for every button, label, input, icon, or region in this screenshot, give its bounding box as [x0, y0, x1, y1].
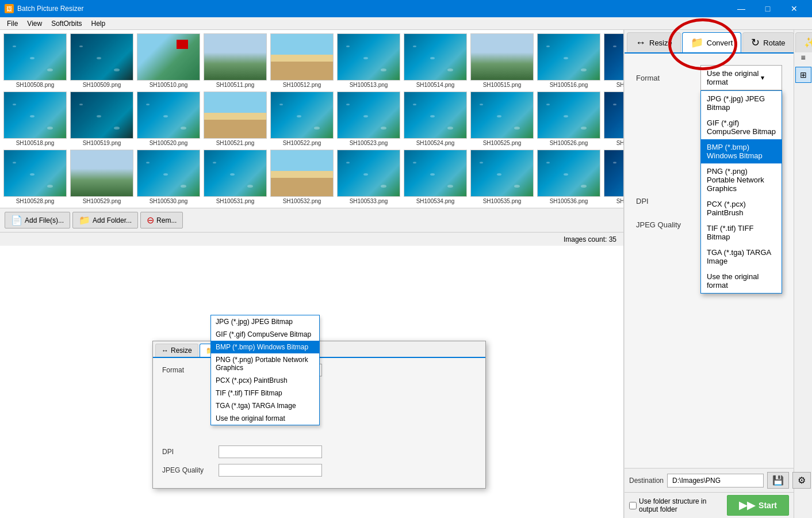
add-folder-button[interactable]: 📁 Add Folder... [72, 212, 138, 228]
overlay-jpeg-row: JPEG Quality [162, 464, 476, 477]
image-cell[interactable]: SH100533.png [336, 148, 401, 205]
image-cell[interactable]: SH100525.png [469, 90, 535, 147]
format-option-png[interactable]: PNG (*.png) Portable Network Graphics [701, 163, 782, 196]
format-label: Format [636, 74, 694, 82]
image-cell[interactable]: SH100512.png [269, 32, 335, 89]
format-dropdown[interactable]: Use the original format [700, 65, 782, 90]
image-label: SH100536.png [550, 198, 588, 204]
image-label: SH100526.png [550, 140, 588, 146]
image-cell[interactable]: SH100514.png [403, 32, 468, 89]
toolbar: 📄 Add File(s)... 📁 Add Folder... ⊖ Rem..… [0, 208, 623, 232]
image-cell[interactable]: SH100513.png [336, 32, 401, 89]
image-cell[interactable]: SH100532.png [269, 148, 335, 205]
image-cell[interactable]: SH100535.png [469, 148, 535, 205]
overlay-format-gif[interactable]: GIF (*.gif) CompuServe Bitmap [211, 328, 319, 341]
image-cell[interactable]: SH100529.png [69, 148, 135, 205]
image-cell[interactable]: SH100522.png [269, 90, 335, 147]
image-cell[interactable]: SH100530.png [136, 148, 201, 205]
format-option-tif[interactable]: TIF (*.tif) TIFF Bitmap [701, 220, 782, 245]
title-bar-left: 🖼 Batch Picture Resizer [5, 4, 83, 13]
image-label: SH100534.png [416, 198, 455, 204]
image-label: SH100518.png [16, 140, 55, 146]
overlay-format-original[interactable]: Use the original format [211, 412, 319, 425]
close-button[interactable]: ✕ [781, 0, 807, 17]
image-cell[interactable]: SH100528.png [2, 148, 68, 205]
folder-structure-checkbox[interactable] [629, 502, 637, 509]
overlay-format-bmp[interactable]: BMP (*.bmp) Windows Bitmap [211, 341, 319, 353]
image-cell[interactable]: SH100526.png [536, 90, 602, 147]
image-label: SH100525.png [483, 140, 522, 146]
maximize-button[interactable]: □ [754, 0, 781, 17]
overlay-dpi-input[interactable] [219, 445, 322, 458]
add-files-button[interactable]: 📄 Add File(s)... [5, 212, 70, 228]
remove-button[interactable]: ⊖ Rem... [140, 212, 183, 228]
start-button[interactable]: ▶▶ Start [727, 495, 789, 516]
menu-file[interactable]: File [2, 18, 22, 29]
image-cell[interactable]: SH100521.png [202, 90, 268, 147]
image-label: SH100522.png [283, 140, 321, 146]
image-label: SH100523.png [350, 140, 388, 146]
format-option-pcx[interactable]: PCX (*.pcx) PaintBrush [701, 196, 782, 220]
image-label: SH100515.png [483, 82, 522, 88]
image-cell[interactable]: SH100523.png [336, 90, 401, 147]
image-cell[interactable]: SH100515.png [469, 32, 535, 89]
image-cell[interactable]: SH100516.png [536, 32, 602, 89]
format-option-gif[interactable]: GIF (*.gif) CompuServe Bitmap [701, 115, 782, 139]
overlay-format-tga[interactable]: TGA (*.tga) TARGA Image [211, 399, 319, 412]
image-cell[interactable]: SH100531.png [202, 148, 268, 205]
menu-view[interactable]: View [22, 18, 47, 29]
image-cell[interactable]: SH100520.png [136, 90, 201, 147]
right-sidebar: ▲ ≡ ⊞ [794, 30, 812, 518]
overlay-format-pcx[interactable]: PCX (*.pcx) PaintBrush [211, 374, 319, 387]
image-cell[interactable]: SH100511.png [202, 32, 268, 89]
overlay-format-jpg[interactable]: JPG (*.jpg) JPEG Bitmap [211, 315, 319, 328]
menu-help[interactable]: Help [87, 18, 110, 29]
destination-bar: Destination 💾 ⚙ Options [625, 468, 794, 492]
menu-softorbits[interactable]: SoftOrbits [47, 18, 86, 29]
destination-settings-button[interactable]: ⚙ [792, 472, 811, 489]
image-label: SH100532.png [283, 198, 321, 204]
image-cell[interactable]: SH100524.png [403, 90, 468, 147]
image-cell[interactable]: SH100518.png [2, 90, 68, 147]
format-option-tga[interactable]: TGA (*.tga) TARGA Image [701, 245, 782, 269]
image-cell[interactable]: SH100519.png [69, 90, 135, 147]
image-label: SH100527.png [616, 140, 624, 146]
image-cell[interactable]: SH100536.png [536, 148, 602, 205]
tab-convert[interactable]: 📁 Convert [682, 32, 742, 52]
app-title: Batch Picture Resizer [17, 5, 83, 13]
folder-structure-label: Use folder structure in output folder [639, 497, 722, 513]
overlay-format-png[interactable]: PNG (*.png) Portable Network Graphics [211, 353, 319, 374]
image-label: SH100530.png [150, 198, 188, 204]
image-label: SH100511.png [216, 82, 255, 88]
image-cell[interactable]: SH100527.png [603, 90, 624, 147]
overlay-tab-resize[interactable]: ↔ Resize [155, 344, 198, 357]
tab-effects[interactable]: ✨ Effects [795, 32, 812, 52]
minimize-button[interactable]: — [728, 0, 754, 17]
image-cell[interactable]: SH100509.png [69, 32, 135, 89]
effects-tab-icon: ✨ [804, 36, 812, 49]
format-option-bmp[interactable]: BMP (*.bmp) Windows Bitmap [701, 139, 782, 163]
format-option-original[interactable]: Use the original format [701, 269, 782, 293]
right-panel: ↔ Resize 📁 Convert ↻ Rotate ✨ Effects ⚙ … [624, 30, 794, 518]
destination-input[interactable] [667, 474, 764, 487]
tab-rotate[interactable]: ↻ Rotate [742, 32, 794, 52]
image-cell[interactable]: SH100517.png [603, 32, 624, 89]
title-bar-controls: — □ ✕ [728, 0, 807, 17]
destination-browse-button[interactable]: 💾 [767, 472, 789, 489]
image-cell[interactable]: SH100534.png [403, 148, 468, 205]
image-label: SH100537.png [616, 198, 624, 204]
image-label: SH100528.png [16, 198, 55, 204]
image-label: SH100514.png [416, 82, 455, 88]
overlay-format-tif[interactable]: TIF (*.tif) TIFF Bitmap [211, 387, 319, 399]
image-cell[interactable]: SH100508.png [2, 32, 68, 89]
format-option-jpg[interactable]: JPG (*.jpg) JPEG Bitmap [701, 91, 782, 115]
image-cell[interactable]: SH100510.png [136, 32, 201, 89]
sidebar-grid-button[interactable]: ⊞ [795, 67, 811, 83]
tab-resize[interactable]: ↔ Resize [627, 32, 681, 52]
image-label: SH100513.png [350, 82, 388, 88]
image-cell[interactable]: SH100537.png [603, 148, 624, 205]
image-label: SH100517.png [616, 82, 624, 88]
image-label: SH100529.png [83, 198, 121, 204]
start-bar: Use folder structure in output folder ▶▶… [625, 492, 794, 518]
overlay-jpeg-input[interactable] [219, 464, 322, 477]
